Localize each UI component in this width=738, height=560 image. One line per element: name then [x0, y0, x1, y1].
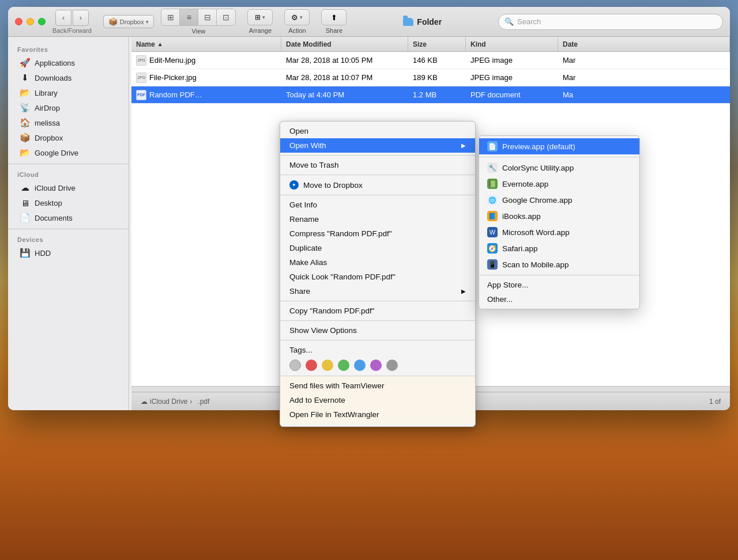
gallery-view-btn[interactable]: ⊡ — [217, 9, 235, 25]
cm-share[interactable]: Share ▶ — [280, 284, 475, 298]
sm-scan-label: Scan to Mobile.app — [502, 260, 569, 269]
cm-divider-2 — [280, 175, 475, 175]
cm-teamviewer[interactable]: Send files with TeamViewer — [280, 379, 475, 393]
file-date-cell: Mar 28, 2018 at 10:07 PM — [281, 73, 408, 82]
col-header-date2[interactable]: Date — [558, 37, 730, 51]
cm-open-with-label: Open With — [289, 141, 326, 150]
col-header-name[interactable]: Name ▲ — [131, 37, 281, 51]
tag-dot-blue[interactable] — [354, 360, 366, 371]
back-button[interactable]: ‹ — [55, 10, 71, 26]
cm-compress-label: Compress "Random PDF.pdf" — [289, 229, 392, 238]
cm-show-view-options[interactable]: Show View Options — [280, 323, 475, 338]
sm-appstore[interactable]: App Store... — [479, 278, 639, 292]
sidebar-item-dropbox[interactable]: 📦 Dropbox — [10, 130, 126, 145]
sm-colorsync-label: ColorSync Utility.app — [502, 164, 574, 172]
sidebar-item-desktop[interactable]: 🖥 Desktop — [10, 195, 126, 210]
sm-chrome[interactable]: 🌐 Google Chrome.app — [479, 192, 639, 208]
tag-dot-green[interactable] — [338, 360, 349, 371]
cm-share-label: Share — [289, 287, 310, 296]
sidebar-item-icloud-drive[interactable]: ☁ iCloud Drive — [10, 180, 126, 195]
sidebar-item-documents[interactable]: 📄 Documents — [10, 210, 126, 225]
cm-open-with[interactable]: Open With ▶ — [280, 138, 475, 153]
close-button[interactable] — [15, 18, 22, 25]
action-button[interactable]: ⚙ ▾ — [284, 9, 310, 25]
table-row[interactable]: JPG Edit-Menu.jpg Mar 28, 2018 at 10:05 … — [131, 52, 730, 69]
cm-arrow-icon: ▶ — [461, 142, 466, 149]
search-placeholder: Search — [517, 17, 541, 26]
col-header-kind[interactable]: Kind — [466, 37, 558, 51]
sm-word[interactable]: W Microsoft Word.app — [479, 224, 639, 240]
jpg-icon: JPG — [136, 73, 146, 83]
sm-ibooks-label: iBooks.app — [502, 212, 541, 221]
preview-icon: 📄 — [487, 141, 498, 152]
sm-ibooks[interactable]: 📘 iBooks.app — [479, 208, 639, 224]
cm-copy[interactable]: Copy "Random PDF.pdf" — [280, 304, 475, 318]
sidebar-item-label: Applications — [35, 59, 75, 67]
dropbox-toolbar-button[interactable]: 📦 Dropbox ▾ — [103, 15, 155, 28]
cm-tags[interactable]: Tags... — [280, 343, 475, 357]
arrange-button[interactable]: ⊞ ▾ — [247, 9, 273, 25]
tag-dot-purple[interactable] — [370, 360, 382, 371]
sm-safari[interactable]: 🧭 Safari.app — [479, 240, 639, 256]
sidebar-item-library[interactable]: 📂 Library — [10, 85, 126, 100]
sm-other-label: Other... — [487, 295, 513, 304]
cm-make-alias[interactable]: Make Alias — [280, 255, 475, 270]
sm-colorsync[interactable]: 🔧 ColorSync Utility.app — [479, 160, 639, 176]
sm-scan[interactable]: 📱 Scan to Mobile.app — [479, 256, 639, 273]
airdrop-icon: 📡 — [20, 103, 30, 113]
cm-compress[interactable]: Compress "Random PDF.pdf" — [280, 226, 475, 241]
forward-button[interactable]: › — [73, 10, 89, 26]
sidebar-item-downloads[interactable]: ⬇ Downloads — [10, 70, 126, 85]
maximize-button[interactable] — [38, 18, 46, 25]
minimize-button[interactable] — [27, 18, 34, 25]
cm-duplicate[interactable]: Duplicate — [280, 241, 475, 255]
view-button-group[interactable]: ⊞ ≡ ⊟ ⊡ — [161, 9, 236, 26]
cm-open-textwrangler[interactable]: Open File in TextWrangler — [280, 407, 475, 422]
column-view-btn[interactable]: ⊟ — [198, 9, 217, 25]
col-header-size[interactable]: Size — [408, 37, 466, 51]
file-list-header: Name ▲ Date Modified Size Kind Date — [131, 37, 730, 52]
tag-dot-yellow[interactable] — [322, 360, 333, 371]
dropbox-icon: 📦 — [20, 133, 30, 143]
share-button[interactable]: ⬆ — [321, 9, 347, 25]
file-size-cell: 146 KB — [408, 56, 466, 65]
cm-add-to-evernote[interactable]: Add to Evernote — [280, 393, 475, 407]
icon-view-btn[interactable]: ⊞ — [161, 9, 180, 25]
sm-other[interactable]: Other... — [479, 292, 639, 307]
file-count: 1 of — [709, 398, 721, 406]
tag-dot-red[interactable] — [306, 360, 317, 371]
sidebar-item-label: Downloads — [35, 74, 71, 82]
tag-dot-graphite[interactable] — [386, 360, 398, 371]
home-icon: 🏠 — [20, 118, 30, 128]
sidebar-item-google-drive[interactable]: 📂 Google Drive — [10, 145, 126, 160]
cm-move-to-dropbox[interactable]: ✦ Move to Dropbox — [280, 177, 475, 192]
sidebar-item-applications[interactable]: 🚀 Applications — [10, 55, 126, 70]
sidebar-item-airdrop[interactable]: 📡 AirDrop — [10, 100, 126, 115]
sidebar-item-melissa[interactable]: 🏠 melissa — [10, 115, 126, 130]
cm-move-to-trash[interactable]: Move to Trash — [280, 158, 475, 172]
nav-buttons: ‹ › — [55, 10, 89, 26]
sidebar-item-hdd[interactable]: 💾 HDD — [10, 245, 126, 260]
list-view-btn[interactable]: ≡ — [180, 9, 198, 25]
table-row[interactable]: PDF Random PDF… Today at 4:40 PM 1.2 MB … — [131, 86, 730, 104]
cm-divider-1 — [280, 155, 475, 156]
jpg-icon: JPG — [136, 55, 146, 66]
cm-get-info[interactable]: Get Info — [280, 198, 475, 212]
search-bar[interactable]: 🔍 Search — [498, 14, 723, 30]
sm-evernote[interactable]: 📗 Evernote.app — [479, 176, 639, 192]
tag-color-dots — [280, 357, 475, 376]
cm-divider-6 — [280, 340, 475, 340]
cm-quick-look[interactable]: Quick Look "Random PDF.pdf" — [280, 270, 475, 284]
file-kind-cell: JPEG image — [466, 56, 558, 65]
col-header-date[interactable]: Date Modified — [281, 37, 408, 51]
table-row[interactable]: JPG File-Picker.jpg Mar 28, 2018 at 10:0… — [131, 69, 730, 86]
view-label: View — [192, 28, 206, 35]
chrome-icon: 🌐 — [487, 195, 498, 205]
action-label: Action — [288, 27, 306, 34]
sidebar-divider-2 — [8, 229, 129, 229]
tag-dot-gray[interactable] — [289, 360, 301, 371]
cm-rename[interactable]: Rename — [280, 212, 475, 226]
folder-icon — [403, 18, 413, 26]
cm-open[interactable]: Open — [280, 124, 475, 138]
sm-preview[interactable]: 📄 Preview.app (default) — [479, 138, 639, 154]
